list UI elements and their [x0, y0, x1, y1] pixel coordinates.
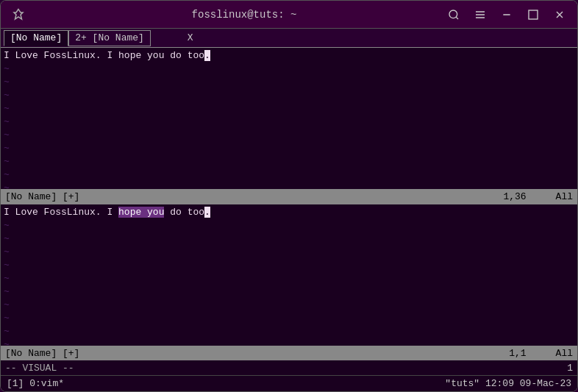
maximize-button[interactable] [523, 4, 543, 25]
svg-point-0 [449, 10, 457, 18]
titlebar: fosslinux@tuts: ~ [1, 1, 577, 29]
pin-icon[interactable] [8, 4, 29, 25]
top-pane-line-1: I Love FossLinux. I hope you do too. [4, 49, 574, 63]
titlebar-buttons [443, 4, 570, 25]
top-pane-content[interactable]: I Love FossLinux. I hope you do too. ~ ~… [1, 48, 577, 189]
tmux-statusbar: [1] 0:vim* "tuts" 12:09 09-Mac-23 [1, 375, 577, 391]
bottom-statusline-left: [No Name] [+] [5, 348, 79, 359]
close-button[interactable] [549, 4, 570, 25]
top-cursor: . [204, 50, 210, 61]
bottom-row-col: 1,1 [509, 348, 526, 359]
titlebar-title: fosslinux@tuts: ~ [45, 9, 443, 21]
tab-close[interactable]: X [188, 32, 193, 43]
menu-button[interactable] [470, 4, 490, 25]
visual-mode-label: -- VISUAL -- [5, 363, 74, 374]
tmux-left: [1] 0:vim* [7, 378, 64, 389]
visual-mode-bar: -- VISUAL -- 1 [1, 360, 577, 375]
svg-rect-1 [529, 10, 538, 19]
bottom-pane: I Love FossLinux. I hope you do too. ~ ~… [1, 204, 577, 360]
search-button[interactable] [443, 4, 464, 25]
selected-text: hope you [118, 207, 164, 218]
terminal-area: [No Name] 2+ [No Name] X I Love FossLinu… [1, 29, 577, 391]
bottom-pane-line-1: I Love FossLinux. I hope you do too. [4, 206, 574, 219]
top-scroll: All [556, 191, 573, 202]
bottom-pane-content[interactable]: I Love FossLinux. I hope you do too. ~ ~… [1, 204, 577, 346]
bottom-pane-statusline: [No Name] [+] 1,1 All [1, 346, 577, 360]
top-statusline-right: 1,36 All [503, 191, 573, 202]
tab-1[interactable]: [No Name] [4, 30, 68, 46]
pane-container: I Love FossLinux. I hope you do too. ~ ~… [1, 48, 577, 391]
visual-mode-right: 1 [567, 363, 573, 374]
titlebar-left [8, 4, 45, 25]
top-pane: I Love FossLinux. I hope you do too. ~ ~… [1, 48, 577, 204]
bottom-statusline-right: 1,1 All [509, 348, 573, 359]
top-statusline-left: [No Name] [+] [5, 191, 79, 202]
minimize-button[interactable] [496, 4, 517, 25]
tmux-right: "tuts" 12:09 09-Mac-23 [445, 378, 571, 389]
top-row-col: 1,36 [503, 191, 526, 202]
terminal-window: fosslinux@tuts: ~ [0, 0, 578, 392]
bottom-scroll: All [556, 348, 573, 359]
tab-bar: [No Name] 2+ [No Name] X [1, 29, 577, 48]
tab-2[interactable]: 2+ [No Name] [68, 30, 151, 46]
bottom-cursor: . [204, 207, 210, 218]
top-pane-statusline: [No Name] [+] 1,36 All [1, 189, 577, 204]
